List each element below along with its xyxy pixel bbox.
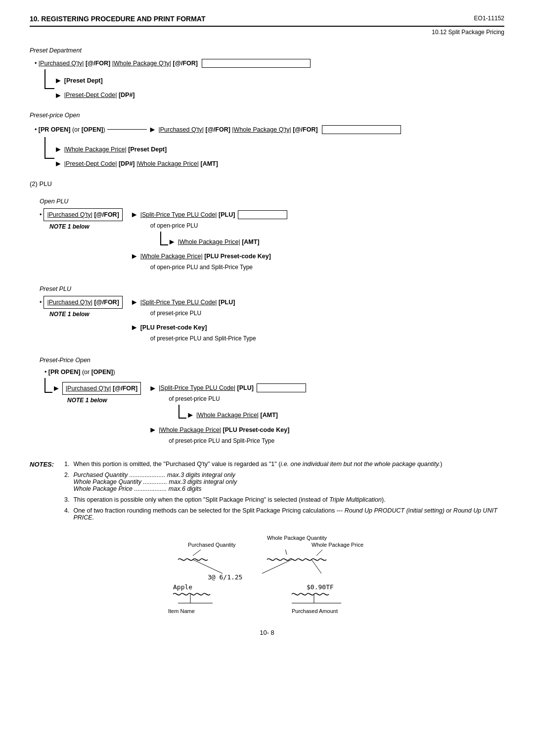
preset-price-open-section: Preset-price Open • [PR OPEN] (or [OPEN]… bbox=[30, 110, 504, 170]
receipt-item: Apple bbox=[173, 583, 192, 591]
svg-line-4 bbox=[193, 550, 213, 556]
open-plu-sub1: of open-price PLU bbox=[150, 221, 288, 231]
section-title: 10.12 Split Package Pricing bbox=[30, 29, 504, 36]
preset-price-open2-section: Preset-Price Open • [PR OPEN] (or [OPEN]… bbox=[40, 355, 504, 446]
pr-open2-flow2: |Whole Package Price| [AMT] bbox=[196, 410, 278, 420]
preset-dept-section: Preset Department • |Purchased Q'ty| [@/… bbox=[30, 46, 504, 101]
open-plu-bracket-text: |Purchased Q'ty| [@/FOR] bbox=[44, 208, 122, 221]
receipt-svg: 3@ 6/1.25 Apple $0.90TF bbox=[148, 550, 386, 614]
preset-dept-bullet-row: • |Purchased Q'ty| [@/FOR] |Whole Packag… bbox=[35, 58, 311, 68]
preset-plu-bracket-text: |Purchased Q'ty| [@/FOR] bbox=[44, 296, 122, 309]
svg-line-0 bbox=[193, 560, 222, 573]
pr-open-bullet: • [PR OPEN] (or [OPEN]) bbox=[35, 125, 105, 135]
receipt-price: $0.90TF bbox=[307, 583, 334, 591]
open-plu-section: Open PLU • |Purchased Q'ty| [@/FOR] NOTE… bbox=[40, 196, 504, 272]
preset-plu-flow2: [PLU Preset-code Key] bbox=[140, 323, 207, 332]
open-plu-flow2: |Whole Package Price| [AMT] bbox=[178, 237, 260, 247]
svg-line-1 bbox=[262, 560, 292, 573]
page-header: 10. REGISTERING PROCEDURE AND PRINT FORM… bbox=[30, 15, 504, 27]
bullet-text: • |Purchased Q'ty| [@/FOR] |Whole Packag… bbox=[35, 58, 198, 68]
note-4: 4. One of two fraction rounding methods … bbox=[64, 507, 504, 521]
pr-open-flow1: |Purchased Q'ty| [@/FOR] |Whole Package … bbox=[158, 125, 317, 135]
pr-open-flow3: |Preset-Dept Code| [DP#] |Whole Package … bbox=[64, 159, 218, 169]
plu-section-header: (2) PLU bbox=[30, 180, 504, 188]
note-1: 1. When this portion is omitted, the "Pu… bbox=[64, 461, 504, 468]
chapter-title: 10. REGISTERING PROCEDURE AND PRINT FORM… bbox=[30, 15, 205, 23]
pr-open2-sub3: of preset-price PLU and Split-Price Type bbox=[169, 436, 306, 446]
doc-ref: EO1-11152 bbox=[474, 15, 504, 22]
plu-header: (2) PLU bbox=[30, 180, 52, 188]
svg-line-2 bbox=[312, 560, 321, 573]
preset-price-open2-title: Preset-Price Open bbox=[40, 355, 504, 365]
open-plu-title: Open PLU bbox=[40, 196, 504, 206]
pr-open-flow2: |Whole Package Price| [Preset Dept] bbox=[64, 144, 167, 154]
receipt-diagram: Whole Package Quantity Purchased Quantit… bbox=[143, 535, 391, 614]
preset-plu-sub2: of preset-price PLU and Split-Price Type bbox=[150, 334, 256, 343]
note-2: 2. Purchased Quantity ..................… bbox=[64, 472, 504, 492]
pr-open2-note: NOTE 1 below bbox=[67, 396, 141, 405]
notes-section: NOTES: 1. When this portion is omitted, … bbox=[30, 461, 504, 525]
preset-dept-arrow1: [Preset Dept] bbox=[64, 76, 103, 86]
preset-plu-section: Preset PLU • |Purchased Q'ty| [@/FOR] NO… bbox=[40, 284, 504, 343]
open-plu-sub3: of open-price PLU and Split-Price Type bbox=[150, 263, 288, 272]
label-purchased: Purchased Quantity bbox=[188, 542, 236, 548]
receipt-line1: 3@ 6/1.25 bbox=[208, 573, 242, 581]
label-amount: Purchased Amount bbox=[292, 608, 338, 614]
label-whole-qty: Whole Package Quantity bbox=[267, 535, 327, 541]
pr-open2-flow1: |Split-Price Type PLU Code| [PLU] bbox=[159, 383, 254, 393]
preset-plu-flow1: |Split-Price Type PLU Code| [PLU] bbox=[140, 297, 235, 307]
svg-line-5 bbox=[316, 550, 331, 556]
preset-dept-arrow2: |Preset-Dept Code| [DP#] bbox=[64, 90, 135, 100]
pr-open2-purchased: |Purchased Q'ty| [@/FOR] bbox=[62, 382, 141, 395]
svg-line-3 bbox=[282, 550, 287, 555]
notes-label: NOTES: bbox=[30, 461, 64, 525]
preset-plu-note: NOTE 1 below bbox=[49, 310, 89, 319]
preset-plu-title: Preset PLU bbox=[40, 284, 504, 294]
label-whole-price: Whole Package Price bbox=[312, 542, 363, 548]
page-number: 10- 8 bbox=[30, 629, 504, 636]
preset-dept-title: Preset Department bbox=[30, 46, 504, 55]
open-plu-flow3: |Whole Package Price| [PLU Preset-code K… bbox=[140, 251, 271, 261]
preset-price-open-title: Preset-price Open bbox=[30, 110, 504, 120]
preset-plu-sub1: of preset-price PLU bbox=[150, 309, 256, 318]
pr-open2-bullet: • [PR OPEN] (or [OPEN]) bbox=[44, 367, 115, 377]
note-3: 3. This operation is possible only when … bbox=[64, 496, 504, 503]
pr-open2-flow3: |Whole Package Price| [PLU Preset-code K… bbox=[159, 425, 289, 435]
open-plu-note: NOTE 1 below bbox=[49, 222, 89, 232]
open-plu-flow1: |Split-Price Type PLU Code| [PLU] bbox=[140, 210, 235, 220]
pr-open2-sub1: of preset-price PLU bbox=[169, 394, 306, 404]
label-item: Item Name bbox=[168, 608, 195, 614]
